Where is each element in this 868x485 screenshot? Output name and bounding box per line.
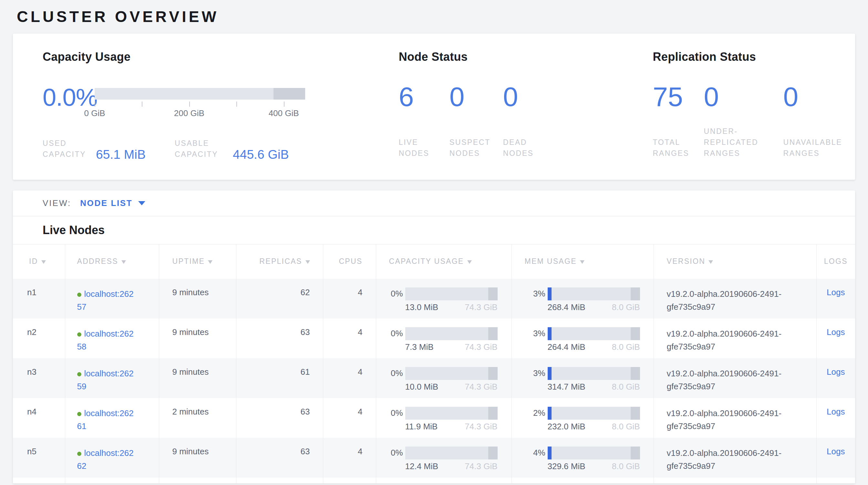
mem-used-value: 264.4 MiB: [548, 342, 585, 352]
capacity-bar-end-segment: [488, 367, 498, 380]
capacity-percent-label: 0%: [389, 289, 403, 299]
table-row: n3 localhost:26259 9 minutes 61 4 0% 10.…: [13, 358, 855, 398]
column-header-version[interactable]: VERSION: [654, 245, 816, 279]
logs-link[interactable]: Logs: [827, 287, 845, 297]
node-id-cell: n1: [13, 279, 65, 318]
node-address-link[interactable]: localhost:26258: [77, 327, 136, 353]
capacity-used-value: 13.0 MiB: [405, 302, 438, 312]
node-address-cell: localhost:26258: [65, 318, 159, 358]
mem-usage-cell: 3% 264.4 MiB 8.0 GiB: [512, 318, 654, 358]
dead-nodes-stat: 0 DEAD NODES: [503, 86, 534, 159]
sort-caret-icon: [709, 260, 713, 264]
view-selector-dropdown[interactable]: NODE LIST: [80, 198, 145, 208]
node-address-link[interactable]: localhost:26259: [77, 367, 136, 393]
mem-percent-label: 4%: [525, 448, 546, 458]
used-capacity-value: 65.1 MiB: [96, 148, 146, 160]
table-row-partial: [13, 478, 855, 484]
mem-total-value: 8.0 GiB: [612, 302, 640, 312]
sort-caret-icon: [306, 260, 310, 264]
view-bar: VIEW: NODE LIST: [13, 191, 855, 216]
suspect-nodes-label: SUSPECT NODES: [450, 137, 503, 159]
uptime-cell: 9 minutes: [159, 318, 236, 358]
replicas-cell: 63: [236, 398, 323, 438]
suspect-nodes-stat: 0 SUSPECT NODES: [450, 86, 503, 159]
capacity-usage-cell: 0% 12.4 MiB 74.3 GiB: [376, 438, 512, 478]
used-capacity-label: USED CAPACITY: [42, 138, 96, 160]
table-row: n2 localhost:26258 9 minutes 63 4 0% 7.3…: [13, 318, 855, 358]
mem-bar-fill: [548, 287, 552, 301]
live-nodes-stat: 6 LIVE NODES: [399, 86, 450, 159]
table-row: n4 localhost:26261 2 minutes 63 4 0% 11.…: [13, 398, 855, 438]
axis-tick-label: 400 GiB: [269, 108, 299, 118]
capacity-percent-label: 0%: [389, 329, 403, 339]
mem-bar-end-segment: [631, 287, 640, 301]
cpus-cell: 4: [323, 279, 376, 318]
node-address-link[interactable]: localhost:26257: [77, 287, 136, 313]
capacity-used-value: 11.9 MiB: [405, 422, 438, 432]
version-cell: v19.2.0-alpha.20190606-2491-gfe735c9a97: [654, 358, 816, 398]
capacity-percent-label: 0%: [389, 368, 403, 378]
sort-caret-icon: [208, 260, 213, 264]
column-header-uptime[interactable]: UPTIME: [159, 245, 236, 279]
table-row: n1 localhost:26257 9 minutes 62 4 0% 13.…: [13, 279, 855, 318]
replicas-cell: 61: [236, 358, 323, 398]
node-address-cell: localhost:26261: [65, 398, 159, 438]
sort-caret-icon: [121, 260, 126, 264]
column-header-id[interactable]: ID: [13, 245, 65, 279]
logs-link[interactable]: Logs: [827, 327, 845, 337]
capacity-used-value: 12.4 MiB: [405, 461, 438, 472]
logs-cell: Logs: [816, 438, 855, 478]
capacity-bar-end-segment: [488, 407, 498, 420]
column-header-cpus: CPUS: [323, 245, 376, 279]
uptime-cell: 9 minutes: [159, 279, 236, 318]
column-header-mem-usage[interactable]: MEM USAGE: [512, 245, 654, 279]
replicas-cell: 63: [236, 318, 323, 358]
logs-cell: Logs: [816, 398, 855, 438]
mem-total-value: 8.0 GiB: [612, 342, 640, 352]
capacity-usage-section: Capacity Usage 0.0% 0 GiB 200 GiB 400 Gi…: [42, 50, 399, 180]
node-status-heading: Node Status: [399, 50, 653, 64]
logs-link[interactable]: Logs: [827, 447, 845, 456]
capacity-percent-label: 0%: [389, 408, 403, 418]
under-replicated-count: 0: [704, 84, 783, 109]
capacity-usage-heading: Capacity Usage: [42, 50, 399, 64]
capacity-axis-ticks: [95, 102, 305, 107]
logs-cell: Logs: [816, 318, 855, 358]
node-status-section: Node Status 6 LIVE NODES 0 SUSPECT NODES…: [399, 50, 653, 180]
mem-bar-end-segment: [631, 407, 640, 420]
mem-usage-cell: 2% 232.0 MiB 8.0 GiB: [512, 398, 654, 438]
mem-bar: [548, 447, 640, 459]
capacity-total-value: 74.3 GiB: [465, 461, 497, 472]
node-address-link[interactable]: localhost:26261: [77, 407, 136, 433]
chevron-down-icon: [138, 201, 145, 205]
live-nodes-label: LIVE NODES: [399, 137, 450, 159]
logs-link[interactable]: Logs: [827, 407, 845, 417]
mem-percent-label: 2%: [525, 408, 546, 418]
uptime-cell: 2 minutes: [159, 398, 236, 438]
uptime-cell: 9 minutes: [159, 438, 236, 478]
column-header-address[interactable]: ADDRESS: [65, 245, 159, 279]
node-address-link[interactable]: localhost:26262: [77, 447, 136, 473]
capacity-bar: [405, 407, 498, 420]
suspect-nodes-count: 0: [450, 84, 503, 109]
mem-bar-end-segment: [631, 327, 640, 340]
mem-bar-end-segment: [631, 447, 640, 459]
node-id-cell: n3: [13, 358, 65, 398]
mem-percent-label: 3%: [525, 368, 546, 378]
mem-usage-cell: 4% 329.6 MiB 8.0 GiB: [512, 438, 654, 478]
live-status-dot-icon: [77, 372, 82, 376]
live-status-dot-icon: [77, 412, 82, 416]
capacity-bar-end-segment: [488, 447, 498, 459]
column-header-capacity-usage[interactable]: CAPACITY USAGE: [376, 245, 512, 279]
capacity-total-value: 74.3 GiB: [465, 302, 497, 312]
sort-caret-icon: [580, 260, 585, 264]
column-header-logs: LOGS: [816, 245, 855, 279]
axis-tick-label: 0 GiB: [84, 108, 105, 118]
usable-capacity-label: USABLE CAPACITY: [175, 138, 233, 160]
mem-bar-fill: [548, 327, 552, 340]
mem-bar: [548, 367, 640, 380]
column-header-replicas[interactable]: REPLICAS: [236, 245, 323, 279]
capacity-bar-end-segment: [274, 88, 305, 99]
capacity-total-value: 74.3 GiB: [465, 422, 497, 432]
logs-link[interactable]: Logs: [827, 367, 845, 377]
